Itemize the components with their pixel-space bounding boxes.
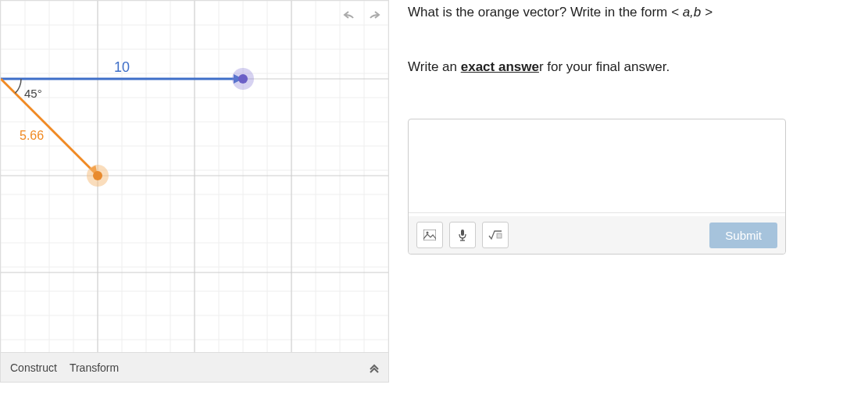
answer-toolbar: Submit xyxy=(409,216,785,254)
construct-button[interactable]: Construct xyxy=(10,361,57,374)
question-text-2b: r for your final answer. xyxy=(539,59,670,74)
question-emphasis: exact answe xyxy=(461,59,539,74)
answer-box: Submit xyxy=(408,119,786,255)
graph-toolbar: Construct Transform xyxy=(1,352,388,382)
graph-area[interactable]: 10 45° 5.66 xyxy=(1,1,388,352)
graph-panel: 10 45° 5.66 Construct Transform xyxy=(0,0,389,383)
svg-point-39 xyxy=(238,74,248,84)
svg-rect-42 xyxy=(423,230,436,240)
question-line-1: What is the orange vector? Write in the … xyxy=(408,5,830,20)
question-text: What is the orange vector? Write in the … xyxy=(408,5,671,20)
microphone-icon[interactable] xyxy=(449,222,476,248)
question-panel: What is the orange vector? Write in the … xyxy=(408,0,845,383)
svg-point-43 xyxy=(427,232,429,234)
svg-point-41 xyxy=(93,171,102,180)
redo-icon[interactable] xyxy=(365,7,382,24)
transform-button[interactable]: Transform xyxy=(70,361,119,374)
question-math: < a,b > xyxy=(671,5,713,20)
angle-label: 45° xyxy=(24,87,42,100)
question-text-2a: Write an xyxy=(408,59,461,74)
question-line-2: Write an exact answer for your final ans… xyxy=(408,59,830,75)
submit-button[interactable]: Submit xyxy=(709,223,777,248)
image-upload-icon[interactable] xyxy=(416,222,443,248)
blue-vector-label: 10 xyxy=(114,59,130,75)
svg-rect-47 xyxy=(497,233,502,238)
angle-arc xyxy=(15,79,21,93)
svg-rect-44 xyxy=(461,230,464,236)
answer-input[interactable] xyxy=(409,119,785,213)
orange-vector-label: 5.66 xyxy=(20,129,44,142)
vector-plot: 10 45° 5.66 xyxy=(1,1,388,352)
expand-icon[interactable] xyxy=(368,361,380,374)
undo-icon[interactable] xyxy=(341,7,359,24)
math-input-icon[interactable] xyxy=(482,222,509,248)
